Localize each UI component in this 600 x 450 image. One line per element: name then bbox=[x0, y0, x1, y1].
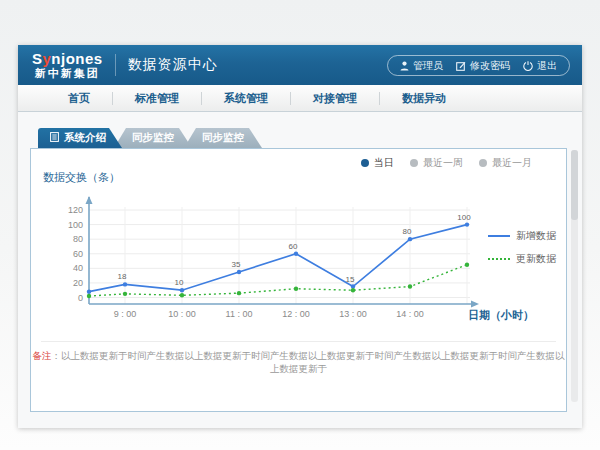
svg-text:60: 60 bbox=[73, 249, 83, 259]
svg-text:14 : 00: 14 : 00 bbox=[396, 309, 424, 319]
svg-text:100: 100 bbox=[68, 220, 83, 230]
svg-text:13 : 00: 13 : 00 bbox=[339, 309, 367, 319]
svg-text:15: 15 bbox=[346, 275, 355, 284]
logout-button[interactable]: 退出 bbox=[523, 59, 557, 73]
scrollbar-track[interactable] bbox=[571, 150, 578, 402]
legend-label: 更新数据 bbox=[516, 252, 556, 266]
nav-item-home[interactable]: 首页 bbox=[46, 91, 112, 106]
nav-item-system-mgmt[interactable]: 系统管理 bbox=[202, 91, 290, 106]
svg-text:日期（小时）: 日期（小时） bbox=[468, 309, 534, 322]
nav-item-data-change[interactable]: 数据异动 bbox=[380, 91, 468, 106]
footnote: 备注：以上数据更新于时间产生数据以上数据更新于时间产生数据以上数据更新于时间产生… bbox=[31, 350, 566, 376]
legend-item-updated-data: 更新数据 bbox=[488, 252, 556, 266]
legend-label: 新增数据 bbox=[516, 229, 556, 243]
logo-wordmark: Synjones bbox=[32, 51, 103, 66]
solid-line-swatch bbox=[488, 235, 510, 237]
footnote-label: 备注 bbox=[33, 350, 52, 361]
current-user-label: 管理员 bbox=[413, 59, 443, 73]
current-user[interactable]: 管理员 bbox=[400, 59, 443, 73]
user-toolbar: 管理员 修改密码 退出 bbox=[387, 55, 570, 76]
change-password-label: 修改密码 bbox=[470, 59, 510, 73]
svg-text:80: 80 bbox=[73, 234, 83, 244]
svg-text:35: 35 bbox=[232, 260, 241, 269]
svg-text:100: 100 bbox=[457, 213, 471, 222]
document-icon bbox=[50, 132, 59, 144]
nav-item-interface-mgmt[interactable]: 对接管理 bbox=[291, 91, 379, 106]
nav-item-standard-mgmt[interactable]: 标准管理 bbox=[113, 91, 201, 106]
app-title: 数据资源中心 bbox=[128, 56, 218, 74]
svg-text:0: 0 bbox=[78, 293, 83, 303]
company-logo: Synjones 新中新集团 bbox=[32, 51, 103, 79]
main-nav: 首页 标准管理 系统管理 对接管理 数据异动 bbox=[18, 85, 582, 112]
tab-label: 同步监控 bbox=[132, 131, 174, 145]
svg-text:9 : 00: 9 : 00 bbox=[114, 309, 137, 319]
svg-text:120: 120 bbox=[68, 205, 83, 215]
logo-company-name: 新中新集团 bbox=[35, 68, 100, 79]
edit-icon bbox=[456, 61, 466, 71]
svg-text:10 : 00: 10 : 00 bbox=[168, 309, 196, 319]
tab-label: 同步监控 bbox=[202, 131, 244, 145]
svg-text:20: 20 bbox=[73, 278, 83, 288]
svg-text:40: 40 bbox=[73, 263, 83, 273]
power-icon bbox=[523, 61, 533, 71]
footnote-body: ：以上数据更新于时间产生数据以上数据更新于时间产生数据以上数据更新于时间产生数据… bbox=[52, 350, 565, 374]
svg-text:12 : 00: 12 : 00 bbox=[282, 309, 310, 319]
chart-legend: 新增数据 更新数据 bbox=[488, 229, 556, 266]
chart-panel: 当日 最近一周 最近一月 数据交换（条） 0204060801001209 : … bbox=[30, 148, 567, 412]
change-password-button[interactable]: 修改密码 bbox=[456, 59, 510, 73]
dotted-line-swatch bbox=[488, 258, 510, 260]
user-icon bbox=[400, 61, 409, 71]
tab-sync-monitor-2[interactable]: 同步监控 bbox=[184, 128, 262, 148]
app-window: Synjones 新中新集团 数据资源中心 管理员 修改密码 bbox=[18, 45, 582, 428]
note-divider bbox=[41, 341, 556, 342]
svg-text:80: 80 bbox=[403, 227, 412, 236]
svg-text:60: 60 bbox=[289, 242, 298, 251]
header-divider bbox=[115, 54, 116, 76]
tab-label: 系统介绍 bbox=[64, 131, 106, 145]
svg-text:18: 18 bbox=[118, 272, 127, 281]
logout-label: 退出 bbox=[537, 59, 557, 73]
tab-sync-monitor-1[interactable]: 同步监控 bbox=[114, 128, 192, 148]
tab-system-intro[interactable]: 系统介绍 bbox=[38, 128, 122, 148]
content-area: 系统介绍 同步监控 同步监控 当日 最近一周 bbox=[18, 112, 582, 427]
svg-text:10: 10 bbox=[175, 278, 184, 287]
scrollbar-thumb[interactable] bbox=[571, 150, 578, 220]
legend-item-new-data: 新增数据 bbox=[488, 229, 556, 243]
app-header: Synjones 新中新集团 数据资源中心 管理员 修改密码 bbox=[18, 45, 582, 85]
svg-text:11 : 00: 11 : 00 bbox=[226, 309, 253, 319]
tab-bar: 系统介绍 同步监控 同步监控 bbox=[38, 128, 262, 148]
